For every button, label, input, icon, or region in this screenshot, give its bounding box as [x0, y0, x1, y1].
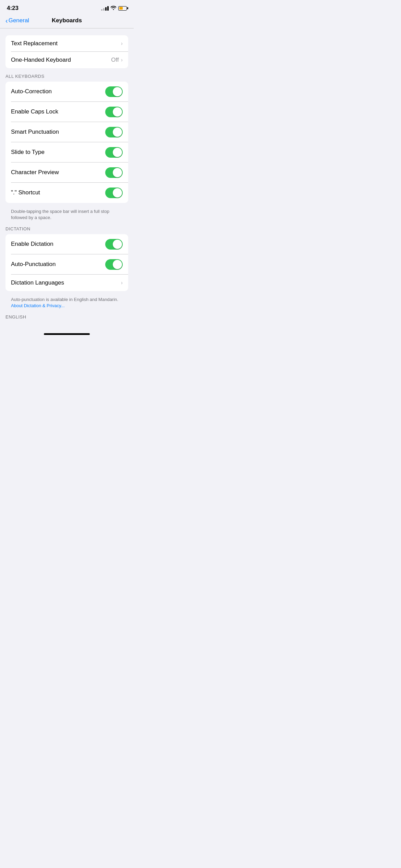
slide-to-type-toggle-knob: [113, 148, 122, 157]
text-replacement-label: Text Replacement: [11, 40, 58, 47]
signal-bars-icon: [101, 6, 109, 11]
text-replacement-right: ›: [121, 40, 123, 47]
dictation-group: Enable Dictation Auto-Punctuation Dictat…: [5, 234, 128, 291]
slide-to-type-label: Slide to Type: [11, 149, 45, 156]
text-replacement-item[interactable]: Text Replacement ›: [5, 35, 128, 52]
auto-correction-item[interactable]: Auto-Correction: [5, 82, 128, 102]
one-handed-keyboard-chevron-icon: ›: [121, 57, 123, 63]
auto-punctuation-item[interactable]: Auto-Punctuation: [5, 254, 128, 275]
auto-correction-toggle[interactable]: [105, 86, 123, 97]
one-handed-keyboard-label: One-Handed Keyboard: [11, 57, 71, 63]
home-indicator: [0, 329, 134, 338]
slide-to-type-toggle[interactable]: [105, 147, 123, 158]
smart-punctuation-toggle-knob: [113, 128, 122, 137]
auto-punctuation-label: Auto-Punctuation: [11, 261, 56, 268]
character-preview-toggle-knob: [113, 168, 122, 177]
enable-caps-lock-toggle-knob: [113, 107, 122, 117]
auto-correction-toggle-knob: [113, 87, 122, 96]
period-shortcut-toggle-knob: [113, 188, 122, 197]
dictation-languages-label: Dictation Languages: [11, 279, 64, 286]
wifi-icon: [111, 5, 116, 11]
period-shortcut-item[interactable]: "." Shortcut: [5, 183, 128, 203]
back-label: General: [9, 17, 29, 24]
all-keyboards-group: Auto-Correction Enable Caps Lock Smart P…: [5, 82, 128, 203]
enable-dictation-label: Enable Dictation: [11, 241, 53, 248]
character-preview-label: Character Preview: [11, 169, 59, 176]
slide-to-type-item[interactable]: Slide to Type: [5, 142, 128, 162]
one-handed-keyboard-item[interactable]: One-Handed Keyboard Off ›: [5, 52, 128, 68]
period-shortcut-toggle[interactable]: [105, 188, 123, 198]
smart-punctuation-label: Smart Punctuation: [11, 129, 59, 135]
character-preview-toggle[interactable]: [105, 167, 123, 178]
dictation-section-label: DICTATION: [0, 226, 134, 231]
back-button[interactable]: ‹ General: [5, 17, 29, 24]
auto-correction-label: Auto-Correction: [11, 88, 52, 95]
enable-dictation-toggle-knob: [113, 240, 122, 249]
one-handed-keyboard-right: Off ›: [111, 57, 123, 63]
status-bar: 4:23: [0, 0, 134, 14]
english-section-label: ENGLISH: [0, 314, 134, 320]
home-bar: [44, 333, 90, 335]
page-title: Keyboards: [52, 17, 82, 24]
auto-punctuation-toggle-knob: [113, 260, 122, 269]
dictation-languages-right: ›: [121, 280, 123, 286]
auto-punctuation-toggle[interactable]: [105, 259, 123, 270]
nav-bar: ‹ General Keyboards: [0, 14, 134, 28]
back-chevron-icon: ‹: [5, 17, 8, 24]
smart-punctuation-item[interactable]: Smart Punctuation: [5, 122, 128, 142]
smart-punctuation-toggle[interactable]: [105, 127, 123, 137]
enable-dictation-item[interactable]: Enable Dictation: [5, 234, 128, 254]
period-shortcut-label: "." Shortcut: [11, 189, 40, 196]
dictation-languages-chevron-icon: ›: [121, 280, 123, 286]
dictation-privacy-link[interactable]: About Dictation & Privacy...: [11, 303, 65, 308]
status-time: 4:23: [7, 5, 19, 12]
status-icons: [101, 5, 127, 11]
all-keyboards-label: ALL KEYBOARDS: [0, 74, 134, 79]
enable-caps-lock-label: Enable Caps Lock: [11, 108, 58, 115]
battery-icon: [118, 6, 127, 11]
enable-caps-lock-item[interactable]: Enable Caps Lock: [5, 102, 128, 122]
one-handed-keyboard-value: Off: [111, 57, 119, 63]
enable-caps-lock-toggle[interactable]: [105, 107, 123, 117]
dictation-languages-item[interactable]: Dictation Languages ›: [5, 275, 128, 291]
main-section-group: Text Replacement › One-Handed Keyboard O…: [5, 35, 128, 68]
character-preview-item[interactable]: Character Preview: [5, 162, 128, 183]
dictation-note-text: Auto-punctuation is available in English…: [11, 297, 118, 302]
all-keyboards-note: Double-tapping the space bar will insert…: [0, 206, 134, 226]
enable-dictation-toggle[interactable]: [105, 239, 123, 250]
content: Text Replacement › One-Handed Keyboard O…: [0, 28, 134, 329]
dictation-note: Auto-punctuation is available in English…: [0, 294, 134, 314]
text-replacement-chevron-icon: ›: [121, 40, 123, 47]
